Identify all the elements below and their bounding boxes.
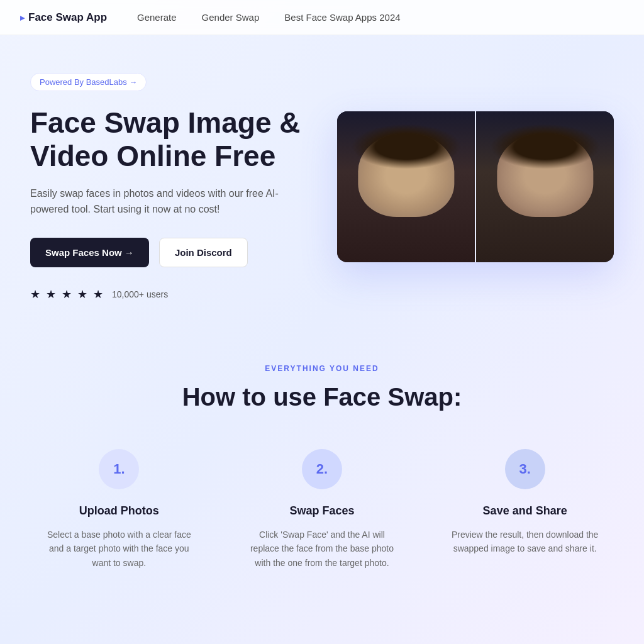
hero-section: Powered By BasedLabs → Face Swap Image &… — [0, 35, 644, 326]
hero-buttons: Swap Faces Now → Join Discord — [30, 238, 312, 267]
user-count: 10,000+ users — [112, 289, 168, 299]
join-discord-button[interactable]: Join Discord — [159, 238, 248, 267]
step-title-3: Save and Share — [483, 504, 567, 518]
step-description-2: Click 'Swap Face' and the AI will replac… — [247, 528, 397, 570]
powered-badge[interactable]: Powered By BasedLabs → — [30, 73, 147, 91]
star-rating: ★ ★ ★ ★ ★ — [30, 287, 104, 301]
step-number-2: 2. — [302, 449, 342, 489]
steps-grid: 1. Upload Photos Select a base photo wit… — [30, 449, 614, 570]
step-number-1: 1. — [99, 449, 139, 489]
face-after — [476, 111, 614, 262]
nav-link-best-apps[interactable]: Best Face Swap Apps 2024 — [284, 12, 400, 23]
navbar: ▸ Face Swap App Generate Gender Swap Bes… — [0, 0, 644, 35]
how-to-section: EVERYTHING YOU NEED How to use Face Swap… — [0, 326, 644, 608]
section-badge: EVERYTHING YOU NEED — [30, 364, 614, 373]
face-swap-preview — [337, 111, 614, 262]
logo-label: Face Swap App — [28, 11, 107, 24]
swap-faces-button[interactable]: Swap Faces Now → — [30, 238, 149, 267]
step-title-1: Upload Photos — [79, 504, 159, 518]
section-title: How to use Face Swap: — [30, 383, 614, 411]
step-number-3: 3. — [505, 449, 545, 489]
step-title-2: Swap Faces — [289, 504, 354, 518]
face-portrait-right — [476, 111, 614, 262]
hero-content: Powered By BasedLabs → Face Swap Image &… — [30, 73, 312, 301]
logo-icon: ▸ — [20, 13, 25, 23]
hero-title: Face Swap Image & Video Online Free — [30, 106, 312, 173]
step-2: 2. Swap Faces Click 'Swap Face' and the … — [233, 449, 411, 570]
hero-image — [337, 111, 614, 262]
hero-description: Easily swap faces in photos and videos w… — [30, 186, 312, 218]
face-portrait-left — [337, 111, 475, 262]
logo[interactable]: ▸ Face Swap App — [20, 11, 107, 24]
face-before — [337, 111, 475, 262]
social-proof: ★ ★ ★ ★ ★ 10,000+ users — [30, 287, 312, 301]
step-description-3: Preview the result, then download the sw… — [450, 528, 601, 556]
nav-link-gender-swap[interactable]: Gender Swap — [202, 12, 260, 23]
step-3: 3. Save and Share Preview the result, th… — [436, 449, 614, 570]
step-1: 1. Upload Photos Select a base photo wit… — [30, 449, 208, 570]
step-description-1: Select a base photo with a clear face an… — [43, 528, 194, 570]
powered-badge-label: Powered By BasedLabs → — [40, 77, 137, 87]
nav-link-generate[interactable]: Generate — [137, 12, 177, 23]
nav-links: Generate Gender Swap Best Face Swap Apps… — [137, 12, 401, 23]
